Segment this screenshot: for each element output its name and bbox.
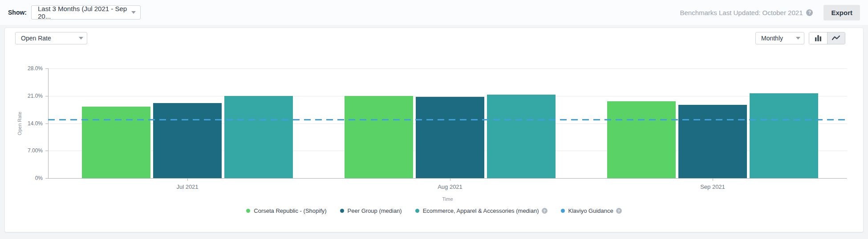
chart-bar[interactable] [153,103,222,178]
y-axis-tick-label: 21.0% [19,93,43,99]
toolbar-right: Benchmarks Last Updated: October 2021 ? … [680,5,860,20]
open-rate-chart: 28.0%21.0%14.0%7.00%0%Jul 2021Aug 2021Se… [5,28,863,232]
benchmarks-updated-text: Benchmarks Last Updated: October 2021 [680,9,803,16]
klaviyo-guidance-line [48,119,847,120]
chart-bar[interactable] [224,96,293,178]
y-axis-title: Open Rate [17,112,22,135]
chart-legend: Corseta Republic - (Shopify)Peer Group (… [5,207,863,214]
benchmarks-panel: Open Rate Monthly 28.0%21.0%14.0%7.00%0%… [4,28,864,232]
x-axis-title: Time [430,196,466,202]
question-circle-icon[interactable]: ? [542,208,548,214]
gridline [48,96,847,96]
legend-dot-icon [415,209,419,213]
y-axis-tick-label: 28.0% [19,65,43,72]
y-axis-line [48,68,49,178]
legend-item[interactable]: Ecommerce, Apparel & Accessories (median… [415,207,548,214]
question-circle-icon[interactable]: ? [806,9,813,16]
x-axis-tick [713,179,713,181]
export-button[interactable]: Export [823,5,860,20]
date-range-value: Last 3 Months (Jul 2021 - Sep 20... [38,5,128,20]
toolbar: Show: Last 3 Months (Jul 2021 - Sep 20..… [0,0,868,25]
x-axis-tick [450,179,450,181]
chevron-down-icon [131,11,136,14]
legend-label: Corseta Republic - (Shopify) [254,207,326,214]
legend-item[interactable]: Corseta Republic - (Shopify) [246,207,326,214]
legend-dot-icon [561,209,565,213]
legend-dot-icon [246,209,250,213]
chart-bar[interactable] [416,97,484,178]
chart-bar[interactable] [750,93,818,178]
chart-bar[interactable] [487,95,556,178]
legend-label: Klaviyo Guidance [568,207,613,214]
x-axis-tick-label: Aug 2021 [423,183,477,190]
y-axis-tick-label: 14.0% [19,120,43,127]
date-range-select[interactable]: Last 3 Months (Jul 2021 - Sep 20... [31,5,141,20]
x-axis-tick [187,179,188,181]
legend-item[interactable]: Klaviyo Guidance? [561,207,622,214]
chart-bar[interactable] [345,96,413,178]
x-axis-tick-label: Sep 2021 [686,183,739,190]
legend-label: Peer Group (median) [348,207,402,214]
x-axis-tick-label: Jul 2021 [161,183,214,190]
y-axis-tick-label: 0% [19,175,43,181]
show-label: Show: [8,9,27,16]
legend-label: Ecommerce, Apparel & Accessories (median… [423,207,539,214]
gridline [48,68,847,69]
chart-bar[interactable] [607,101,676,178]
chart-bar[interactable] [82,107,150,178]
question-circle-icon[interactable]: ? [616,208,622,214]
legend-item[interactable]: Peer Group (median) [340,207,402,214]
y-axis-tick-label: 7.00% [19,147,43,154]
legend-dot-icon [340,209,344,213]
x-axis-line [48,178,847,179]
chart-bar[interactable] [678,105,747,178]
